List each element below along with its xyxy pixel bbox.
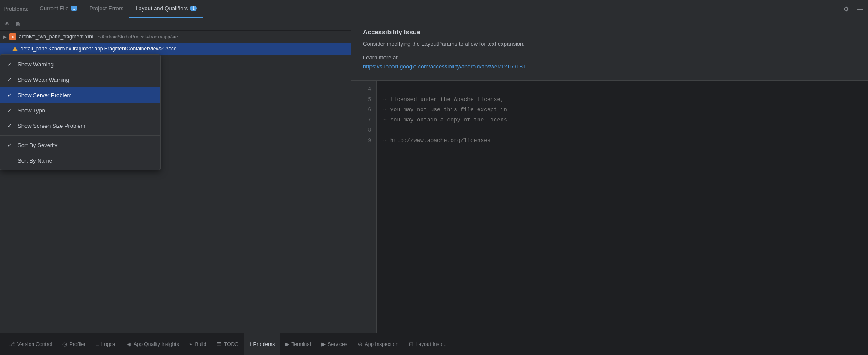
status-problems[interactable]: ℹ Problems bbox=[244, 333, 280, 355]
services-label: Services bbox=[328, 341, 348, 347]
status-logcat[interactable]: ≡ Logcat bbox=[91, 333, 122, 355]
logcat-label: Logcat bbox=[101, 341, 117, 347]
tab-current-file[interactable]: Current File 1 bbox=[34, 0, 83, 18]
code-line-9: ~ http://www.apache.org/licenses bbox=[383, 136, 861, 146]
check-show-typo: ✓ bbox=[7, 107, 13, 114]
todo-icon: ☰ bbox=[217, 341, 222, 347]
problem-row[interactable]: ! detail_pane <androidx.fragment.app.Fra… bbox=[0, 43, 351, 55]
status-layout-inspector[interactable]: ⊡ Layout Insp... bbox=[404, 333, 452, 355]
problems-bar-label: Problems bbox=[253, 341, 275, 347]
check-show-weak-warning: ✓ bbox=[7, 77, 13, 83]
menu-label-sort-name: Sort By Name bbox=[18, 157, 52, 164]
app-inspection-icon: ⊕ bbox=[358, 341, 363, 347]
check-sort-severity: ✓ bbox=[7, 142, 13, 148]
menu-label-show-warning: Show Warning bbox=[18, 61, 54, 68]
tab-bar-actions: ⚙ — bbox=[841, 4, 865, 14]
app-quality-icon: ◈ bbox=[127, 341, 131, 347]
menu-item-show-typo[interactable]: ✓ Show Typo bbox=[0, 103, 160, 118]
tab-layout-qualifiers[interactable]: Layout and Qualifiers 1 bbox=[129, 0, 202, 18]
detail-title: Accessibility Issue bbox=[363, 28, 856, 36]
menu-label-sort-severity: Sort By Severity bbox=[18, 142, 57, 148]
code-line-7: ~ You may obtain a copy of the Licens bbox=[383, 115, 861, 125]
version-control-icon: ⎇ bbox=[9, 341, 15, 347]
layout-badge: 1 bbox=[190, 6, 197, 11]
logcat-icon: ≡ bbox=[96, 341, 99, 347]
tab-project-errors[interactable]: Project Errors bbox=[83, 0, 129, 18]
filter-icon[interactable]: 🗎 bbox=[13, 19, 23, 30]
menu-label-show-typo: Show Typo bbox=[18, 107, 45, 114]
line-num-9: 9 bbox=[351, 136, 376, 146]
detail-desc: Consider modifying the LayoutParams to a… bbox=[363, 40, 856, 48]
line-num-6: 6 bbox=[351, 105, 376, 115]
close-icon[interactable]: — bbox=[855, 4, 865, 14]
menu-item-sort-name[interactable]: ✓ Sort By Name bbox=[0, 153, 160, 168]
layout-inspector-icon: ⊡ bbox=[409, 341, 413, 347]
eye-icon[interactable]: 👁 bbox=[2, 19, 12, 30]
profiler-icon: ◷ bbox=[62, 341, 67, 347]
problems-icon: ℹ bbox=[249, 341, 251, 347]
svg-text:!: ! bbox=[15, 48, 16, 52]
status-version-control[interactable]: ⎇ Version Control bbox=[3, 333, 57, 355]
tab-bar: Problems: Current File 1 Project Errors … bbox=[0, 0, 868, 18]
file-path: ~/AndroidStudioProjects/trackr/app/src..… bbox=[97, 34, 181, 39]
status-app-inspection[interactable]: ⊕ App Inspection bbox=[353, 333, 404, 355]
left-toolbar: 👁 🗎 bbox=[0, 18, 351, 31]
menu-label-show-server-problem: Show Server Problem bbox=[18, 92, 71, 98]
dropdown-menu: ✓ Show Warning ✓ Show Weak Warning ✓ Sho… bbox=[0, 54, 161, 170]
menu-item-show-server-problem[interactable]: ✓ Show Server Problem bbox=[0, 87, 160, 103]
build-label: Build bbox=[195, 341, 206, 347]
right-panel: Accessibility Issue Consider modifying t… bbox=[351, 18, 868, 333]
app-quality-label: App Quality Insights bbox=[134, 341, 179, 347]
code-line-5: ~ Licensed under the Apache License, bbox=[383, 95, 861, 105]
status-bar: ⎇ Version Control ◷ Profiler ≡ Logcat ◈ … bbox=[0, 333, 868, 355]
code-line-4: ~ bbox=[383, 84, 861, 95]
check-show-warning: ✓ bbox=[7, 61, 13, 68]
code-content: ~ ~ Licensed under the Apache License, ~… bbox=[377, 81, 868, 333]
xml-file-icon: X bbox=[9, 33, 16, 40]
check-show-server-problem: ✓ bbox=[7, 92, 13, 98]
layout-inspector-label: Layout Insp... bbox=[416, 341, 446, 347]
warn-icon: ! bbox=[12, 46, 18, 52]
services-icon: ▶ bbox=[321, 341, 326, 347]
arrow-icon: ▶ bbox=[3, 35, 7, 39]
build-icon: ⌁ bbox=[189, 341, 193, 347]
status-terminal[interactable]: ▶ Terminal bbox=[280, 333, 316, 355]
settings-icon[interactable]: ⚙ bbox=[841, 4, 851, 14]
left-panel: 👁 🗎 ▶ X archive_two_pane_fragment.xml ~/… bbox=[0, 18, 351, 333]
line-numbers: 4 5 6 7 8 9 bbox=[351, 81, 377, 333]
menu-item-sort-severity[interactable]: ✓ Sort By Severity bbox=[0, 137, 160, 153]
check-show-screen-size: ✓ bbox=[7, 123, 13, 129]
status-build[interactable]: ⌁ Build bbox=[184, 333, 211, 355]
current-file-badge: 1 bbox=[71, 6, 77, 11]
code-area: 4 5 6 7 8 9 ~ ~ Licensed under the Apach… bbox=[351, 81, 868, 333]
check-sort-name: ✓ bbox=[7, 157, 13, 164]
line-num-8: 8 bbox=[351, 125, 376, 136]
status-todo[interactable]: ☰ TODO bbox=[211, 333, 244, 355]
file-row[interactable]: ▶ X archive_two_pane_fragment.xml ~/Andr… bbox=[0, 31, 351, 43]
status-services[interactable]: ▶ Services bbox=[316, 333, 353, 355]
todo-label: TODO bbox=[224, 341, 238, 347]
terminal-label: Terminal bbox=[291, 341, 311, 347]
line-num-5: 5 bbox=[351, 95, 376, 105]
detail-learn-label: Learn more at bbox=[363, 54, 856, 61]
version-control-label: Version Control bbox=[17, 341, 52, 347]
main-area: 👁 🗎 ▶ X archive_two_pane_fragment.xml ~/… bbox=[0, 18, 868, 333]
line-num-7: 7 bbox=[351, 115, 376, 125]
menu-label-show-screen-size: Show Screen Size Problem bbox=[18, 123, 85, 129]
menu-item-show-warning[interactable]: ✓ Show Warning bbox=[0, 56, 160, 72]
code-line-8: ~ bbox=[383, 125, 861, 136]
terminal-icon: ▶ bbox=[285, 341, 289, 347]
menu-item-show-screen-size[interactable]: ✓ Show Screen Size Problem bbox=[0, 118, 160, 133]
status-app-quality[interactable]: ◈ App Quality Insights bbox=[122, 333, 184, 355]
problem-text: detail_pane <androidx.fragment.app.Fragm… bbox=[21, 46, 181, 52]
detail-pane: Accessibility Issue Consider modifying t… bbox=[351, 18, 868, 81]
profiler-label: Profiler bbox=[69, 341, 86, 347]
line-num-4: 4 bbox=[351, 84, 376, 95]
app-inspection-label: App Inspection bbox=[365, 341, 398, 347]
file-name: archive_two_pane_fragment.xml bbox=[19, 34, 93, 40]
detail-link[interactable]: https://support.google.com/accessibility… bbox=[363, 63, 526, 70]
menu-item-show-weak-warning[interactable]: ✓ Show Weak Warning bbox=[0, 72, 160, 87]
code-line-6: ~ you may not use this file except in bbox=[383, 105, 861, 115]
menu-separator bbox=[0, 135, 160, 136]
status-profiler[interactable]: ◷ Profiler bbox=[57, 333, 91, 355]
